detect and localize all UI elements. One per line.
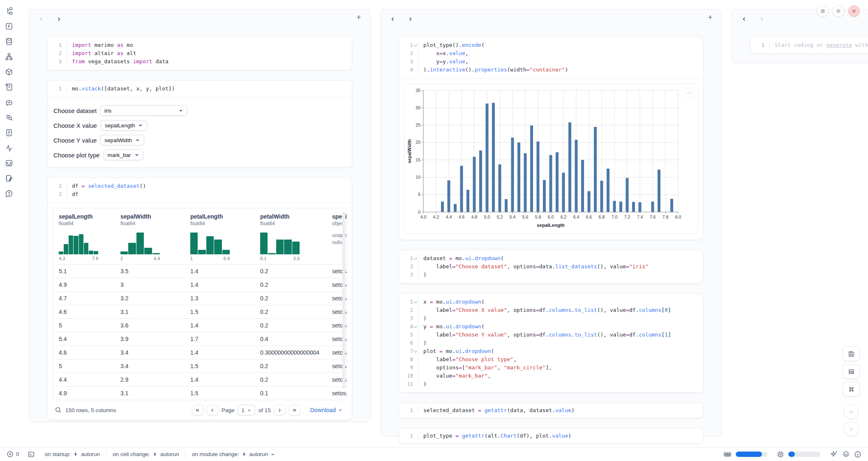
fold-marker-icon[interactable] <box>413 298 418 306</box>
fold-marker-icon[interactable] <box>413 41 418 49</box>
sidebar-item-functions[interactable] <box>5 22 14 30</box>
sidebar-item-modules[interactable] <box>5 159 14 167</box>
settings-button[interactable] <box>833 5 844 17</box>
sidebar-item-dependency-graph[interactable] <box>5 53 14 61</box>
connection-status-button[interactable] <box>854 450 861 458</box>
column-header-petalWidth[interactable]: petalWidthfloat640.12.5 <box>254 208 326 264</box>
sidebar-item-packages[interactable] <box>5 68 14 76</box>
code-line: 8 label="Choose plot type", <box>399 355 703 364</box>
fold-marker-icon[interactable] <box>413 254 418 263</box>
column-move-right-button[interactable] <box>407 16 413 23</box>
line-number: 9 <box>399 364 413 372</box>
chevron-down-icon <box>247 408 252 413</box>
add-column-button[interactable] <box>353 14 365 22</box>
table-row: 53.61.40.2setosa <box>53 318 346 332</box>
code-editor-selected-dataset[interactable]: 1selected_dataset = getattr(data, datase… <box>399 403 703 418</box>
runtime-config-1[interactable]: on cell change:autorun <box>113 451 179 457</box>
column-header-sepalWidth[interactable]: sepalWidthfloat6424.4 <box>115 208 185 264</box>
runtime-config-2[interactable]: on module change:autorun <box>192 451 276 457</box>
fold-spacer <box>413 66 418 74</box>
chat-bot-icon <box>5 98 13 106</box>
check-circle-icon <box>854 451 861 458</box>
fold-marker-icon[interactable] <box>413 323 418 331</box>
search-icon[interactable] <box>54 406 62 414</box>
stop-button[interactable] <box>844 404 859 419</box>
sidebar-item-datasources[interactable] <box>5 37 14 46</box>
terminal-button[interactable] <box>28 451 35 458</box>
column-move-left-button[interactable] <box>741 16 747 23</box>
svg-text:5.6: 5.6 <box>522 214 529 219</box>
code-line: 2 label="Choose X value", options=df.col… <box>399 306 703 314</box>
runtime-config-0[interactable]: on startup:autorun <box>45 451 100 457</box>
svg-text:20: 20 <box>416 140 420 145</box>
column-move-right-button[interactable] <box>759 16 765 23</box>
shutdown-button[interactable] <box>848 5 860 17</box>
last-page-button[interactable] <box>289 405 300 415</box>
ai-assistant-button[interactable] <box>830 450 838 458</box>
layout-button[interactable] <box>843 364 860 379</box>
table-row: 4.63.41.40.30000000000000004setosa <box>53 346 346 359</box>
column-header-sepalLength[interactable]: sepalLengthfloat644.37.9 <box>53 208 115 264</box>
error-count-button[interactable]: 0 <box>7 451 19 458</box>
code-editor-controls[interactable]: 1x = mo.ui.dropdown(2 label="Choose X va… <box>399 294 703 392</box>
dropdown-0[interactable]: iris <box>100 105 187 116</box>
code-editor-empty[interactable]: 1Start coding or generate with AI <box>750 37 868 53</box>
download-button[interactable]: Download <box>308 406 345 414</box>
column-move-right-button[interactable] <box>56 16 62 23</box>
sidebar-item-documentation[interactable] <box>5 113 14 122</box>
table-scrollbar[interactable] <box>342 212 345 388</box>
next-page-button[interactable] <box>274 405 286 415</box>
generate-with-ai-link[interactable]: generate <box>826 42 852 48</box>
line-number: 3 <box>399 314 413 323</box>
copilot-button[interactable] <box>842 450 850 458</box>
bar-chart[interactable]: 4.04.24.44.64.85.05.25.45.65.86.06.26.46… <box>405 86 688 231</box>
fold-marker-icon[interactable] <box>413 347 418 355</box>
add-column-button[interactable] <box>704 14 716 22</box>
column-header-petalLength[interactable]: petalLengthfloat6416.9 <box>185 208 254 264</box>
sidebar-item-tracing[interactable] <box>5 144 14 152</box>
code-line: 3) <box>399 271 703 279</box>
sidebar-item-scratchpad[interactable] <box>5 174 14 182</box>
code-editor-dataframe[interactable]: 1df = selected_dataset()2df <box>48 178 352 203</box>
sidebar-item-chat[interactable] <box>5 98 14 106</box>
code-editor-plot-type[interactable]: 1plot_type = getattr(alt.Chart(df), plot… <box>399 429 703 443</box>
dropdown-label: Choose Y value <box>53 137 97 144</box>
table-cell: 1.4 <box>185 319 254 332</box>
sidebar-item-file-explorer[interactable] <box>5 7 14 15</box>
column-move-left-button[interactable] <box>38 16 44 23</box>
table-cell: 4.4 <box>53 373 115 386</box>
svg-text:0: 0 <box>418 210 420 214</box>
prev-page-button[interactable] <box>207 405 218 415</box>
code-line: 1plot_type().encode( <box>399 41 703 49</box>
page-label: Page <box>222 407 235 413</box>
code-editor-plot[interactable]: 1plot_type().encode(2 x=x.value,3 y=y.va… <box>399 37 703 78</box>
first-page-button[interactable] <box>192 405 203 415</box>
page-select[interactable]: 1 <box>238 405 255 415</box>
chart-menu-button[interactable] <box>683 88 694 98</box>
dropdown-3[interactable]: mark_bar <box>104 150 143 160</box>
table-cell: 1.4 <box>185 373 254 386</box>
sidebar-item-snippets[interactable] <box>5 129 14 137</box>
code-editor-imports[interactable]: 1import marimo as mo2import altair as al… <box>48 37 352 70</box>
code-editor-vstack[interactable]: 1mo.vstack([dataset, x, y, plot]) <box>48 81 352 97</box>
table-cell: 3.4 <box>115 346 185 359</box>
chevron-down-icon <box>134 152 139 157</box>
svg-text:35: 35 <box>416 88 420 93</box>
sidebar-item-logs[interactable] <box>5 83 14 91</box>
sidebar-item-help[interactable] <box>5 189 14 198</box>
code-line: 10 value="mark_bar", <box>399 372 703 380</box>
menu-button[interactable] <box>817 5 829 17</box>
column-2-toolbar <box>381 9 722 26</box>
code-editor-dataset[interactable]: 1dataset = mo.ui.dropdown(2 label="Choos… <box>399 250 703 283</box>
dropdown-1[interactable]: sepalLength <box>101 120 148 131</box>
save-button[interactable] <box>843 346 860 361</box>
keyboard-shortcuts-button[interactable] <box>843 382 860 396</box>
chevron-down-icon <box>270 452 275 457</box>
column-move-left-button[interactable] <box>390 16 396 23</box>
line-number: 8 <box>399 355 413 364</box>
table-footer: 150 rows, 5 columns Page 1 of 15 Downloa… <box>53 400 347 420</box>
line-number: 1 <box>399 254 413 263</box>
file-text-icon <box>5 129 13 137</box>
run-button[interactable] <box>844 422 859 436</box>
dropdown-2[interactable]: sepalWidth <box>100 135 144 145</box>
